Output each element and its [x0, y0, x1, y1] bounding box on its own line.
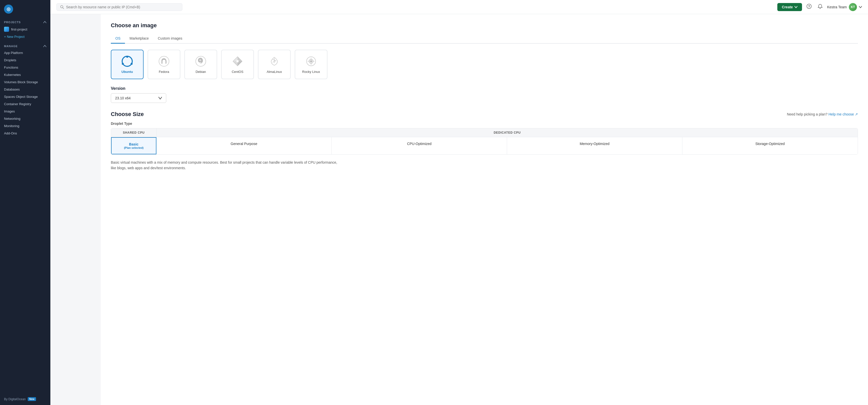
droplet-type-container: SHARED CPU DEDICATED CPU Basic (Plan sel… — [111, 128, 858, 154]
projects-section-header: PROJECTS — [0, 18, 51, 25]
svg-point-11 — [199, 59, 201, 61]
plan-cpu-optimized[interactable]: CPU-Optimized — [332, 137, 507, 154]
sidebar: ◎ PROJECTS first-project + New Project M… — [0, 0, 51, 405]
tab-custom-images[interactable]: Custom images — [153, 34, 187, 44]
debian-label: Debian — [195, 70, 206, 74]
svg-text:?: ? — [808, 4, 810, 8]
main-content: Choose an image OS Marketplace Custom im… — [101, 14, 868, 405]
help-icon: ? — [807, 4, 812, 9]
sidebar-item-networking[interactable]: Networking — [0, 115, 51, 122]
svg-point-5 — [126, 56, 128, 58]
sidebar-item-kubernetes[interactable]: Kubernetes — [0, 71, 51, 79]
help-me-choose-link[interactable]: Help me choose ↗ — [829, 112, 858, 116]
version-label: Version — [111, 86, 858, 91]
os-card-centos[interactable]: CentOS — [221, 50, 254, 79]
version-select[interactable]: 23.10 x64 — [111, 93, 166, 103]
help-button[interactable]: ? — [805, 2, 813, 11]
choose-size-header: Choose Size Need help picking a plan? He… — [111, 111, 858, 117]
create-chevron-icon — [795, 6, 798, 8]
rocky-icon — [305, 55, 317, 67]
create-button[interactable]: Create — [777, 3, 802, 11]
search-bar[interactable] — [56, 3, 182, 11]
os-card-rocky[interactable]: Rocky Linux — [295, 50, 328, 79]
dedicated-cpu-header: DEDICATED CPU — [156, 128, 858, 137]
project-icon — [4, 27, 9, 32]
svg-point-6 — [122, 63, 124, 65]
choose-image-title: Choose an image — [111, 22, 858, 29]
user-menu[interactable]: Kestra Team KT — [827, 3, 862, 11]
notifications-button[interactable] — [816, 2, 824, 11]
version-section: Version 23.10 x64 — [111, 86, 858, 103]
bell-icon — [817, 4, 823, 9]
ubuntu-svg — [122, 56, 133, 67]
svg-point-7 — [131, 63, 133, 65]
os-cards-container: Ubuntu Fedora Debian — [111, 50, 858, 79]
sidebar-item-droplets[interactable]: Droplets — [0, 57, 51, 64]
sidebar-item-functions[interactable]: Functions — [0, 64, 51, 71]
sidebar-footer: By DigitalOcean New — [0, 393, 51, 405]
os-card-ubuntu[interactable]: Ubuntu — [111, 50, 144, 79]
almalinux-svg — [269, 56, 280, 67]
search-input[interactable] — [66, 5, 179, 9]
chevron-up-manage-icon — [43, 45, 46, 48]
fedora-svg — [158, 56, 169, 67]
plan-description: Basic virtual machines with a mix of mem… — [111, 160, 338, 171]
topbar: Create ? Kestra Team KT — [51, 0, 868, 14]
droplet-type-options: Basic (Plan selected) General Purpose CP… — [111, 137, 858, 154]
chevron-up-icon — [43, 21, 46, 24]
plan-general-purpose[interactable]: General Purpose — [156, 137, 332, 154]
rocky-svg — [306, 56, 317, 67]
sidebar-item-addons[interactable]: Add-Ons — [0, 129, 51, 137]
svg-line-1 — [63, 7, 64, 8]
droplet-type-headers: SHARED CPU DEDICATED CPU — [111, 128, 858, 137]
os-card-fedora[interactable]: Fedora — [148, 50, 180, 79]
sidebar-logo: ◎ — [0, 0, 51, 18]
choose-size-section: Choose Size Need help picking a plan? He… — [111, 111, 858, 171]
rocky-label: Rocky Linux — [302, 70, 320, 74]
version-chevron-icon — [158, 97, 162, 99]
plan-memory-optimized[interactable]: Memory-Optimized — [507, 137, 682, 154]
tab-os[interactable]: OS — [111, 34, 125, 44]
almalinux-icon — [268, 55, 280, 67]
avatar: KT — [849, 3, 857, 11]
user-chevron-icon — [859, 6, 862, 8]
choose-size-title: Choose Size — [111, 111, 144, 117]
ubuntu-icon — [121, 55, 133, 67]
sidebar-item-monitoring[interactable]: Monitoring — [0, 122, 51, 129]
manage-section: MANAGE App Platform Droplets Functions K… — [0, 42, 51, 137]
tab-marketplace[interactable]: Marketplace — [125, 34, 153, 44]
ubuntu-label: Ubuntu — [121, 70, 133, 74]
fedora-icon — [158, 55, 170, 67]
shared-cpu-header: SHARED CPU — [111, 128, 156, 137]
centos-svg — [232, 56, 243, 67]
logo-icon: ◎ — [4, 4, 13, 13]
sidebar-item-first-project[interactable]: first-project — [0, 25, 51, 33]
sidebar-item-images[interactable]: Images — [0, 108, 51, 115]
centos-icon — [231, 55, 244, 67]
image-tabs: OS Marketplace Custom images — [111, 34, 858, 44]
svg-rect-12 — [237, 60, 239, 62]
plan-storage-optimized[interactable]: Storage-Optimized — [682, 137, 858, 154]
sidebar-item-container-registry[interactable]: Container Registry — [0, 100, 51, 108]
droplet-type-label: Droplet Type — [111, 121, 858, 125]
sidebar-item-app-platform[interactable]: App Platform — [0, 49, 51, 57]
os-card-almalinux[interactable]: AlmaLinux — [258, 50, 291, 79]
centos-label: CentOS — [232, 70, 243, 74]
new-project-button[interactable]: + New Project — [0, 33, 51, 40]
search-icon — [60, 5, 64, 9]
fedora-label: Fedora — [159, 70, 169, 74]
os-card-debian[interactable]: Debian — [184, 50, 217, 79]
debian-icon — [195, 55, 207, 67]
almalinux-label: AlmaLinux — [267, 70, 282, 74]
plan-basic[interactable]: Basic (Plan selected) — [111, 137, 156, 154]
sidebar-item-volumes[interactable]: Volumes Block Storage — [0, 79, 51, 86]
manage-section-header: MANAGE — [0, 42, 51, 49]
svg-rect-9 — [161, 61, 162, 64]
sidebar-item-spaces[interactable]: Spaces Object Storage — [0, 93, 51, 100]
debian-svg — [195, 56, 206, 67]
sidebar-item-databases[interactable]: Databases — [0, 86, 51, 93]
svg-point-8 — [159, 56, 169, 66]
help-link: Need help picking a plan? Help me choose… — [787, 112, 858, 116]
svg-point-15 — [310, 60, 312, 62]
